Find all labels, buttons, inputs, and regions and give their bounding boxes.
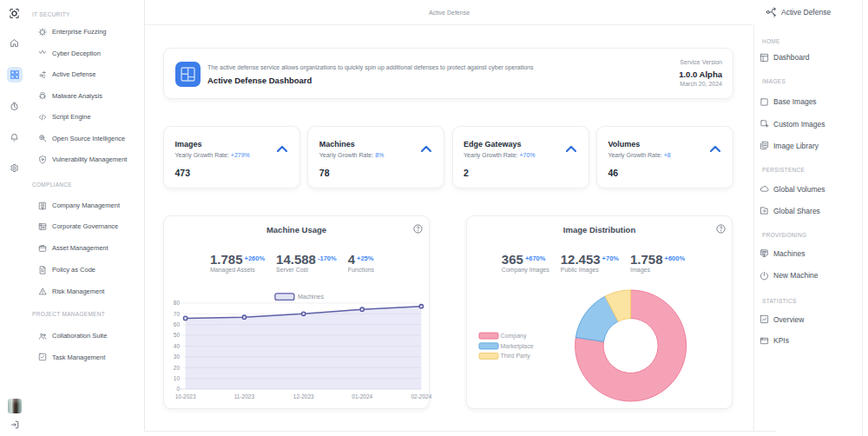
svg-text:01-2024: 01-2024 — [352, 393, 372, 400]
svg-text:30: 30 — [174, 353, 181, 360]
svg-text:10: 10 — [174, 375, 181, 381]
svg-text:50: 50 — [174, 332, 181, 338]
svg-text:Marketplace: Marketplace — [501, 343, 534, 350]
svg-text:80: 80 — [174, 300, 181, 306]
svg-text:Machines: Machines — [298, 294, 324, 300]
svg-text:Company: Company — [501, 333, 527, 340]
svg-text:70: 70 — [174, 311, 181, 317]
svg-text:10-2023: 10-2023 — [175, 393, 196, 400]
svg-text:11-2023: 11-2023 — [234, 393, 255, 400]
svg-text:02-2024: 02-2024 — [411, 393, 431, 400]
svg-text:60: 60 — [174, 321, 181, 327]
svg-text:Third Party: Third Party — [501, 353, 531, 360]
svg-text:20: 20 — [174, 365, 181, 371]
svg-text:40: 40 — [174, 343, 181, 349]
svg-text:12-2023: 12-2023 — [293, 393, 314, 400]
